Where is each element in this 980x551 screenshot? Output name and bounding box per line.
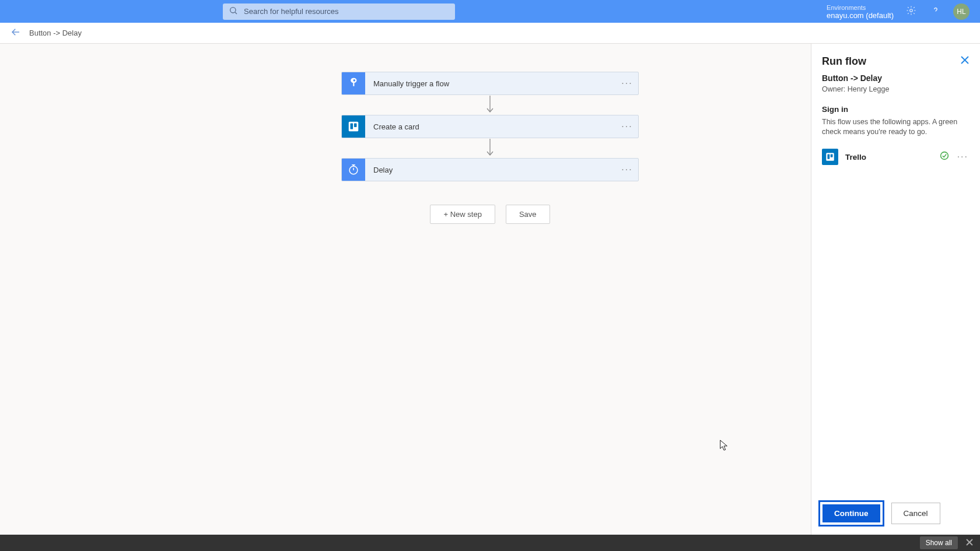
search-container[interactable] [223, 3, 455, 20]
svg-point-2 [910, 9, 913, 12]
flow-step-create-card[interactable]: Create a card ··· [341, 115, 639, 138]
download-bar: Show all [0, 535, 980, 551]
panel-footer: Continue Cancel [811, 494, 980, 535]
new-step-button[interactable]: + New step [430, 205, 495, 224]
run-flow-panel: Run flow Button -> Delay Owner: Henry Le… [811, 44, 980, 535]
show-all-button[interactable]: Show all [920, 536, 958, 549]
close-icon [960, 57, 970, 66]
search-input[interactable] [244, 7, 449, 16]
action-row: + New step Save [430, 205, 550, 224]
sub-header: Button -> Delay [0, 23, 980, 44]
svg-point-0 [230, 7, 236, 12]
timer-icon [342, 158, 365, 181]
check-icon [940, 151, 949, 163]
svg-rect-6 [349, 122, 359, 132]
search-icon [229, 6, 238, 17]
app-connection-row: Trello ··· [822, 149, 970, 165]
trello-icon [822, 149, 838, 165]
step-label: Manually trigger a flow [365, 79, 616, 88]
arrow-down-icon [485, 95, 495, 115]
panel-close-button[interactable] [960, 55, 970, 67]
breadcrumb: Button -> Delay [29, 29, 82, 37]
step-more-button[interactable]: ··· [616, 121, 638, 132]
svg-point-19 [940, 152, 948, 160]
svg-rect-18 [831, 155, 833, 157]
svg-line-1 [235, 12, 237, 14]
signin-section-title: Sign in [822, 105, 970, 114]
environment-name: enayu.com (default) [827, 12, 894, 20]
trigger-icon [342, 72, 365, 95]
signin-section-desc: This flow uses the following apps. A gre… [822, 117, 970, 137]
app-more-button[interactable]: ··· [956, 152, 970, 162]
save-button[interactable]: Save [506, 205, 550, 224]
step-more-button[interactable]: ··· [616, 164, 638, 175]
step-label: Delay [365, 166, 616, 174]
continue-button-highlight: Continue [818, 500, 884, 527]
download-bar-close-button[interactable] [966, 538, 973, 548]
trello-icon [342, 115, 365, 138]
arrow-left-icon [10, 27, 21, 40]
help-icon [930, 5, 941, 18]
top-bar: Environments enayu.com (default) HL [0, 0, 980, 23]
svg-rect-17 [828, 155, 830, 159]
arrow-down-icon [485, 138, 495, 158]
environment-label: Environments [827, 3, 894, 12]
flow-step-trigger[interactable]: Manually trigger a flow ··· [341, 72, 639, 95]
environment-text: Environments enayu.com (default) [827, 3, 894, 20]
panel-owner: Owner: Henry Legge [822, 85, 970, 93]
main-area: Manually trigger a flow ··· Create a car… [0, 44, 980, 535]
settings-button[interactable] [904, 5, 918, 19]
flow-step-delay[interactable]: Delay ··· [341, 158, 639, 181]
top-right-cluster: Environments enayu.com (default) HL [821, 0, 970, 23]
help-button[interactable] [929, 5, 943, 19]
app-name: Trello [845, 153, 933, 162]
continue-button[interactable]: Continue [822, 504, 880, 522]
close-icon [966, 538, 973, 548]
user-avatar[interactable]: HL [953, 3, 970, 20]
back-button[interactable] [10, 27, 21, 40]
svg-rect-7 [351, 124, 354, 129]
step-label: Create a card [365, 122, 616, 131]
panel-flow-name: Button -> Delay [822, 73, 970, 83]
panel-title: Run flow [822, 55, 866, 68]
cancel-button[interactable]: Cancel [891, 503, 940, 524]
svg-rect-16 [826, 153, 834, 161]
environment-selector[interactable]: Environments enayu.com (default) [821, 3, 894, 20]
step-more-button[interactable]: ··· [616, 78, 638, 89]
gear-icon [906, 5, 916, 18]
svg-rect-8 [354, 124, 357, 127]
